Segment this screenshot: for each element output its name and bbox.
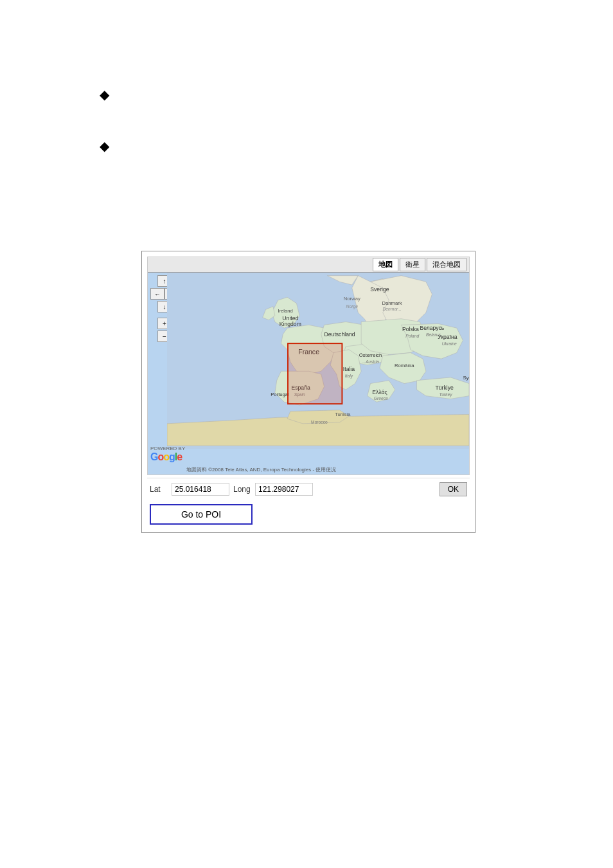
tab-hybrid[interactable]: 混合地図: [427, 258, 466, 271]
svg-text:Ukraine: Ukraine: [442, 341, 457, 346]
svg-text:Poland: Poland: [405, 334, 419, 338]
svg-text:...Austria: ...Austria: [362, 359, 379, 364]
europe-map-svg: Sverige Norway Norge Danmark Denmar... I…: [167, 273, 469, 449]
svg-text:Portugal: Portugal: [271, 392, 289, 397]
svg-text:Italy: Italy: [345, 374, 353, 379]
ok-button[interactable]: OK: [440, 482, 467, 496]
goto-poi-button[interactable]: Go to POI: [150, 504, 253, 525]
svg-text:Беларусь: Беларусь: [420, 325, 445, 331]
map-tabs: 地図 衛星 混合地図: [148, 257, 469, 273]
svg-text:United: United: [282, 315, 298, 321]
svg-text:Norway: Norway: [344, 296, 360, 302]
svg-text:Italia: Italia: [343, 366, 355, 372]
svg-text:Ireland: Ireland: [278, 308, 292, 314]
svg-text:Danmark: Danmark: [382, 300, 402, 306]
svg-text:Ελλάς: Ελλάς: [372, 389, 387, 395]
pan-left-btn[interactable]: ←: [150, 288, 164, 300]
svg-text:Kingdom: Kingdom: [280, 321, 301, 327]
svg-text:Sverige: Sverige: [370, 286, 389, 293]
google-logo: Google: [150, 451, 185, 463]
map-content[interactable]: Sverige Norway Norge Danmark Denmar... I…: [167, 273, 469, 449]
svg-text:Україна: Україна: [438, 334, 458, 340]
map-footer: 地図資料 ©2008 Tele Atlas, AND, Europa Techn…: [186, 466, 336, 473]
goto-poi-row: Go to POI: [147, 502, 470, 527]
svg-text:Greece: Greece: [374, 396, 388, 401]
svg-text:Turkey: Turkey: [440, 392, 453, 397]
powered-by-text: POWERED BY: [150, 446, 185, 451]
tab-map[interactable]: 地図: [373, 258, 398, 271]
svg-rect-32: [288, 343, 342, 404]
lat-label: Lat: [150, 485, 168, 494]
google-branding: POWERED BY Google: [150, 446, 185, 463]
lat-input[interactable]: [172, 483, 229, 496]
svg-text:Österreich: Österreich: [359, 352, 382, 358]
tab-satellite[interactable]: 衛星: [400, 258, 425, 271]
svg-text:Norge: Norge: [346, 304, 359, 309]
svg-text:Deutschland: Deutschland: [324, 331, 355, 338]
svg-text:Türkiye: Türkiye: [435, 384, 453, 391]
svg-text:Polska: Polska: [402, 326, 419, 332]
svg-text:Denmar...: Denmar...: [383, 307, 402, 311]
long-label: Long: [233, 485, 251, 494]
coord-row: Lat Long OK: [147, 478, 470, 500]
svg-text:Syri: Syri: [463, 375, 469, 381]
map-area[interactable]: 地図 衛星 混合地図 ↑ ← → ↓ + −: [147, 257, 470, 475]
svg-text:Morocco: Morocco: [311, 420, 328, 424]
main-panel: 地図 衛星 混合地図 ↑ ← → ↓ + −: [141, 251, 475, 533]
svg-text:Tunisia: Tunisia: [335, 411, 351, 417]
long-input[interactable]: [255, 483, 313, 496]
svg-text:România: România: [395, 363, 414, 368]
bullet-2: ◆: [100, 138, 109, 154]
bullet-1: ◆: [100, 87, 109, 102]
